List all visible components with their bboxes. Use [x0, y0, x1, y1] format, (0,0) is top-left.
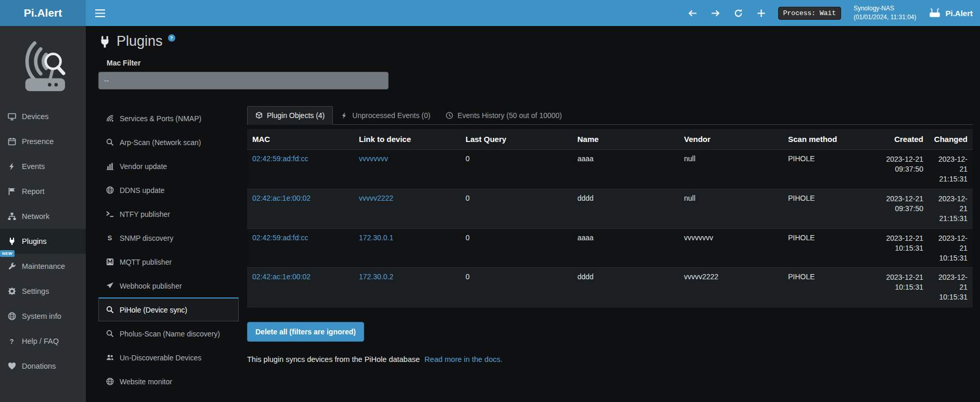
help-badge[interactable]: ? — [168, 34, 175, 42]
mac-link[interactable]: 02:42:59:ad:fd:cc — [252, 154, 308, 163]
new-badge: NEW — [0, 250, 15, 257]
sidebar-item-report[interactable]: Report — [0, 179, 86, 204]
created-cell: 2023-12-2110:15:31 — [879, 268, 929, 307]
tab-plugin-objects-4[interactable]: Plugin Objects (4) — [247, 106, 333, 125]
name-cell: dddd — [572, 268, 679, 307]
sidebar-item-label: Donations — [22, 362, 56, 370]
column-header-last-query[interactable]: Last Query — [460, 129, 572, 150]
sidebar-item-devices[interactable]: Devices — [0, 104, 86, 129]
delete-all-button[interactable]: Delete all (filters are ignored) — [247, 322, 364, 342]
vendor-cell: vvvvv2222 — [679, 268, 783, 307]
link-to-device-cell: vvvvvvvv — [354, 150, 460, 189]
plugin-nav-snmp-discovery[interactable]: SSNMP discovery — [98, 226, 239, 250]
mac-cell: 02:42:ac:1e:00:02 — [247, 189, 354, 229]
created-cell: 2023-12-2110:15:31 — [879, 228, 929, 268]
plugin-nav: Services & Ports (NMAP)Arp-Scan (Network… — [98, 106, 239, 393]
plugin-nav-mqtt-publisher[interactable]: MQTT publisher — [98, 250, 239, 274]
plugin-nav-vendor-update[interactable]: Vendor update — [98, 154, 239, 178]
back-icon[interactable] — [688, 9, 697, 18]
device-link[interactable]: 172.30.0.1 — [359, 234, 393, 242]
sidebar-item-settings[interactable]: Settings — [0, 279, 86, 304]
column-header-created[interactable]: Created — [879, 129, 929, 150]
link-to-device-cell: vvvvv2222 — [354, 189, 460, 229]
mac-link[interactable]: 02:42:59:ad:fd:cc — [252, 234, 308, 242]
changed-cell: 2023-12-2110:15:31 — [929, 268, 973, 307]
mac-link[interactable]: 02:42:ac:1e:00:02 — [252, 194, 311, 202]
host-time: (01/01/2024, 11:31:04) — [854, 13, 917, 22]
docs-link[interactable]: Read more in the docs. — [424, 355, 502, 364]
plugin-nav-pihole-device-sync[interactable]: PiHole (Device sync) — [98, 297, 239, 321]
sidebar-item-network[interactable]: Network — [0, 204, 86, 229]
tab-unprocessed-events-0[interactable]: Unprocessed Events (0) — [333, 106, 438, 124]
bolt-icon — [341, 112, 348, 119]
device-link[interactable]: vvvvv2222 — [359, 194, 393, 202]
device-link[interactable]: vvvvvvvv — [359, 154, 388, 163]
topnav-icons — [688, 9, 766, 18]
link-to-device-cell: 172.30.0.1 — [354, 228, 460, 268]
plugin-nav-label: Vendor update — [120, 162, 167, 171]
plugin-panel: Plugin Objects (4)Unprocessed Events (0)… — [247, 106, 973, 364]
column-header-scan-method[interactable]: Scan method — [783, 129, 879, 150]
move-icon[interactable] — [757, 9, 766, 18]
name-cell: aaaa — [572, 150, 679, 189]
column-header-link-to-device[interactable]: Link to device — [354, 129, 460, 150]
topbar-app-brand-label: Pi.Alert — [945, 9, 973, 18]
column-header-name[interactable]: Name — [572, 129, 679, 150]
sidebar-item-events[interactable]: Events — [0, 154, 86, 179]
column-header-vendor[interactable]: Vendor — [679, 129, 783, 150]
plugin-nav-ntfy-publisher[interactable]: NTFY publisher — [98, 202, 239, 226]
plugin-nav-website-monitor[interactable]: Website monitor — [98, 369, 239, 393]
terminal-icon — [105, 210, 114, 218]
sidebar-item-label: Settings — [22, 287, 49, 295]
mac-filter-block: Mac Filter — [98, 59, 973, 89]
plug-title-icon — [98, 35, 111, 48]
plugin-nav-webhook-publisher[interactable]: Webhook publisher — [98, 274, 239, 297]
plugin-nav-pholus-scan-name-discovery[interactable]: Pholus-Scan (Name discovery) — [98, 321, 239, 345]
plugin-nav-un-discoverable-devices[interactable]: Un-Discoverable Devices — [98, 345, 239, 369]
tab-events-history-50-out-of-10000[interactable]: Events History (50 out of 10000) — [438, 106, 570, 124]
plugin-nav-label: DDNS update — [120, 186, 164, 194]
chart-icon — [105, 162, 114, 170]
mac-link[interactable]: 02:42:ac:1e:00:02 — [252, 273, 311, 281]
table-row: 02:42:59:ad:fd:cc172.30.0.10aaaavvvvvvvv… — [247, 228, 973, 268]
refresh-icon[interactable] — [734, 9, 743, 18]
sidebar-item-label: Report — [22, 187, 45, 196]
mac-cell: 02:42:59:ad:fd:cc — [247, 150, 354, 189]
router-icon — [929, 8, 941, 18]
table-row: 02:42:ac:1e:00:02172.30.0.20ddddvvvvv222… — [247, 268, 973, 307]
scan-method-cell: PIHOLE — [783, 150, 879, 189]
table-header: MACLink to deviceLast QueryNameVendorSca… — [247, 129, 973, 150]
plugin-description: This plugin syncs devices from the PiHol… — [247, 355, 420, 364]
mac-cell: 02:42:59:ad:fd:cc — [247, 228, 354, 268]
sidebar-item-presence[interactable]: Presence — [0, 129, 86, 154]
vendor-cell: null — [679, 150, 783, 189]
column-header-mac[interactable]: MAC — [247, 129, 354, 150]
last-query-cell: 0 — [460, 150, 572, 189]
created-cell: 2023-12-2109:37:50 — [879, 150, 929, 189]
device-link[interactable]: 172.30.0.2 — [359, 273, 393, 281]
sidebar-item-maintenance[interactable]: MaintenanceNEW — [0, 254, 86, 279]
cube-icon — [255, 112, 263, 119]
topbar-main: Process: Wait Synology-NAS (01/01/2024, … — [86, 0, 980, 26]
plugin-nav-arp-scan-network-scan[interactable]: Arp-Scan (Network scan) — [98, 130, 239, 154]
process-status-badge: Process: Wait — [778, 7, 841, 20]
plugin-nav-services-ports-nmap[interactable]: Services & Ports (NMAP) — [98, 106, 239, 130]
forward-icon[interactable] — [711, 9, 720, 18]
gear-icon — [7, 287, 17, 295]
plugin-nav-ddns-update[interactable]: DDNS update — [98, 178, 239, 202]
vendor-cell: null — [679, 189, 783, 229]
sidebar-item-help-faq[interactable]: ?Help / FAQ — [0, 329, 86, 354]
brand-logo[interactable]: Pi.Alert — [0, 0, 86, 26]
plugin-nav-label: Arp-Scan (Network scan) — [120, 138, 201, 147]
topbar: Pi.Alert Process: Wait Synology-NAS (01/… — [0, 0, 980, 26]
plugin-nav-label: Webhook publisher — [120, 282, 182, 290]
sidebar-item-donations[interactable]: Donations — [0, 354, 86, 379]
sidebar: DevicesPresenceEventsReportNetworkPlugin… — [0, 26, 86, 402]
mac-filter-input[interactable] — [98, 72, 389, 89]
created-cell: 2023-12-2109:37:50 — [879, 189, 929, 229]
heart-icon — [7, 362, 17, 370]
sidebar-item-system-info[interactable]: System info — [0, 304, 86, 329]
menu-icon[interactable] — [95, 9, 105, 17]
column-header-changed[interactable]: Changed — [929, 129, 973, 150]
table-body: 02:42:59:ad:fd:ccvvvvvvvv0aaaanullPIHOLE… — [247, 150, 973, 307]
